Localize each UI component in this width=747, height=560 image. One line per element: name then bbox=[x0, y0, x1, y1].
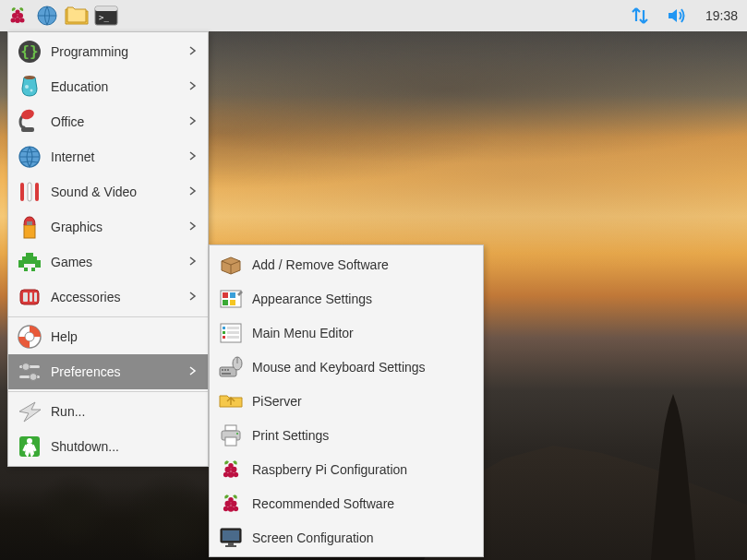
svg-point-71 bbox=[234, 471, 238, 476]
terminal-launcher[interactable]: >_ bbox=[92, 3, 120, 29]
submenu-item-label: PiServer bbox=[252, 394, 476, 409]
submenu-item-label: Add / Remove Software bbox=[252, 257, 476, 272]
svg-rect-48 bbox=[230, 300, 235, 305]
screen-icon bbox=[217, 524, 245, 552]
svg-rect-55 bbox=[227, 336, 239, 339]
menu-item-run[interactable]: Run... bbox=[8, 394, 208, 429]
svg-point-12 bbox=[24, 76, 35, 79]
file-manager-launcher[interactable] bbox=[63, 3, 90, 29]
svg-rect-53 bbox=[227, 331, 239, 334]
chevron-right-icon bbox=[189, 221, 200, 232]
svg-point-75 bbox=[228, 506, 235, 512]
menu-item-preferences[interactable]: Preferences bbox=[8, 354, 208, 389]
submenu-item-appearance[interactable]: Appearance Settings bbox=[210, 281, 483, 316]
svg-rect-27 bbox=[35, 264, 41, 268]
svg-rect-25 bbox=[18, 260, 41, 264]
chevron-right-icon bbox=[189, 186, 200, 197]
menu-item-label: Internet bbox=[51, 149, 189, 164]
submenu-item-mouse-keyboard[interactable]: Mouse and Keyboard Settings bbox=[210, 350, 483, 384]
menu-item-accessories[interactable]: Accessories bbox=[8, 280, 208, 315]
svg-point-39 bbox=[30, 374, 37, 381]
menu-item-education[interactable]: Education bbox=[8, 69, 208, 104]
chevron-right-icon bbox=[189, 81, 200, 92]
menu-item-label: Help bbox=[51, 329, 200, 344]
package-icon bbox=[217, 251, 245, 279]
submenu-item-print[interactable]: Print Settings bbox=[210, 418, 483, 452]
svg-rect-29 bbox=[31, 268, 35, 271]
svg-rect-65 bbox=[225, 437, 236, 446]
internet-icon bbox=[16, 143, 43, 171]
svg-point-41 bbox=[27, 438, 32, 444]
menu-item-label: Accessories bbox=[51, 290, 189, 304]
svg-rect-18 bbox=[20, 183, 24, 201]
svg-rect-80 bbox=[223, 530, 239, 541]
svg-rect-63 bbox=[225, 425, 236, 431]
menu-item-games[interactable]: Games bbox=[8, 244, 208, 280]
menu-item-office[interactable]: Office bbox=[8, 104, 208, 139]
svg-rect-8 bbox=[95, 6, 117, 11]
menu-item-graphics[interactable]: Graphics bbox=[8, 209, 208, 244]
chevron-right-icon bbox=[189, 292, 200, 303]
svg-point-14 bbox=[30, 89, 33, 92]
menu-item-internet[interactable]: Internet bbox=[8, 139, 208, 174]
menu-item-sound-video[interactable]: Sound & Video bbox=[8, 174, 208, 209]
clock[interactable]: 19:38 bbox=[700, 8, 743, 23]
menu-item-label: Preferences bbox=[51, 364, 189, 379]
svg-point-72 bbox=[228, 462, 233, 467]
raspberry-icon bbox=[217, 456, 245, 483]
svg-rect-24 bbox=[22, 256, 37, 260]
office-icon bbox=[16, 108, 43, 136]
run-icon bbox=[16, 398, 43, 425]
raspberry-menu-button[interactable] bbox=[4, 3, 31, 29]
main-menu: {} Programming Education Office Internet… bbox=[7, 31, 209, 467]
svg-rect-81 bbox=[228, 542, 234, 545]
submenu-item-label: Mouse and Keyboard Settings bbox=[252, 360, 476, 375]
svg-rect-22 bbox=[27, 221, 32, 225]
svg-point-70 bbox=[223, 471, 228, 476]
svg-rect-28 bbox=[24, 268, 28, 271]
chevron-right-icon bbox=[189, 256, 200, 268]
submenu-item-rpi-config[interactable]: Raspberry Pi Configuration bbox=[210, 452, 483, 486]
chevron-right-icon bbox=[189, 116, 200, 127]
menu-item-label: Education bbox=[51, 79, 189, 94]
submenu-item-label: Print Settings bbox=[252, 428, 476, 443]
svg-rect-58 bbox=[224, 369, 226, 371]
menu-item-shutdown[interactable]: Shutdown... bbox=[8, 429, 208, 464]
menu-item-label: Run... bbox=[51, 404, 200, 419]
menu-editor-icon bbox=[217, 319, 245, 347]
submenu-item-piserver[interactable]: PiServer bbox=[210, 384, 483, 418]
network-icon[interactable] bbox=[626, 3, 654, 29]
svg-rect-32 bbox=[30, 292, 32, 302]
submenu-item-screen-config[interactable]: Screen Configuration bbox=[210, 520, 483, 554]
chevron-right-icon bbox=[189, 46, 200, 57]
volume-icon[interactable] bbox=[663, 3, 691, 29]
submenu-item-add-remove-software[interactable]: Add / Remove Software bbox=[210, 247, 483, 281]
svg-rect-57 bbox=[222, 369, 223, 371]
svg-point-3 bbox=[11, 18, 16, 23]
submenu-item-menu-editor[interactable]: Main Menu Editor bbox=[210, 316, 483, 350]
taskbar-launchers: >_ bbox=[4, 3, 120, 29]
menu-divider bbox=[8, 316, 208, 317]
submenu-item-label: Recommended Software bbox=[252, 496, 476, 511]
svg-point-2 bbox=[15, 18, 20, 23]
svg-rect-21 bbox=[24, 225, 35, 238]
menu-item-label: Shutdown... bbox=[51, 439, 200, 454]
svg-rect-45 bbox=[223, 292, 228, 298]
svg-rect-47 bbox=[223, 300, 228, 305]
svg-text:>_: >_ bbox=[99, 13, 109, 22]
submenu-item-recommended-software[interactable]: Recommended Software bbox=[210, 486, 483, 520]
svg-rect-50 bbox=[223, 327, 225, 329]
menu-item-label: Graphics bbox=[51, 220, 189, 234]
submenu-item-label: Appearance Settings bbox=[252, 292, 476, 306]
svg-rect-23 bbox=[26, 253, 33, 256]
games-icon bbox=[16, 248, 43, 276]
appearance-icon bbox=[217, 285, 245, 313]
piserver-icon bbox=[217, 387, 245, 415]
svg-point-66 bbox=[236, 433, 238, 435]
menu-item-help[interactable]: Help bbox=[8, 319, 208, 354]
chevron-right-icon bbox=[189, 366, 200, 377]
menu-item-programming[interactable]: {} Programming bbox=[8, 34, 208, 69]
menu-item-label: Games bbox=[51, 255, 189, 269]
web-browser-launcher[interactable] bbox=[33, 3, 61, 29]
svg-rect-51 bbox=[227, 327, 239, 329]
